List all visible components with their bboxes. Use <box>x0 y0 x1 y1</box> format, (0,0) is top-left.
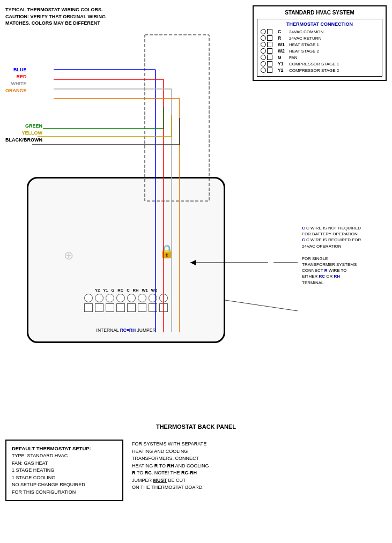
cwire-line4: 24VAC OPERATION <box>302 243 388 249</box>
tc-circle <box>261 61 266 66</box>
ri-line1: FOR SYSTEMS WITH SEPARATE <box>132 441 387 448</box>
tc-square <box>267 68 272 73</box>
wire-white: WHITE <box>5 81 27 86</box>
ri-line6: JUMPER MUST BE CUT <box>132 477 387 485</box>
tc-square <box>267 42 272 47</box>
tc-square <box>267 61 272 66</box>
tc-square <box>267 35 272 41</box>
wire-labels-area: BLUE RED WHITE ORANGE <box>5 67 27 95</box>
wire-red: RED <box>5 74 27 79</box>
trans-line4: EITHER RC OR RH <box>302 273 388 279</box>
terminal-y2 <box>84 294 93 302</box>
terminal-labels: Y2 Y1 G RC C RH W1 W2 <box>95 288 157 293</box>
setup-note2: FOR THIS CONFIGURATION <box>12 489 117 496</box>
hvac-title: STANDARD HVAC SYSTEM <box>257 10 382 16</box>
cwire-line1: C C WIRE IS NOT REQUIRED <box>302 225 388 231</box>
terminal-circles-row <box>84 294 168 302</box>
tc-row-w1: W1 HEAT STAGE 1 <box>261 42 379 47</box>
tc-row-g: G FAN <box>261 55 379 60</box>
tsq-rc <box>116 303 125 312</box>
tsq-rh <box>138 303 146 312</box>
warning-text: TYPICAL THERMOSTAT WIRING COLORS. CAUTIO… <box>5 6 106 27</box>
bottom-section: DEFAULT THERMOSTAT SETUP: TYPE: STANDARD… <box>5 440 387 501</box>
wire-blackbrown: BLACK/BROWN <box>5 137 42 143</box>
tc-square <box>267 55 272 60</box>
tsq-y1 <box>95 303 103 312</box>
svg-line-19 <box>225 300 298 311</box>
thermostat-connection-box: THERMOSTAT CONNECTION C 24VAC COMMON R 2… <box>257 19 382 77</box>
tsq-w1 <box>149 303 157 312</box>
tsq-y2 <box>84 303 93 312</box>
trans-line3: CONNECT R WIRE TO <box>302 267 388 273</box>
cwire-line3: C C WIRE IS REQUIRED FOR <box>302 237 388 243</box>
jumper-text: INTERNAL RC=RH JUMPER <box>97 328 156 333</box>
hvac-system-box: STANDARD HVAC SYSTEM THERMOSTAT CONNECTI… <box>253 5 387 81</box>
svg-rect-0 <box>145 35 209 201</box>
tc-circle <box>261 29 266 34</box>
trans-line5: TERMINAL <box>302 280 388 286</box>
terminal-w2 <box>159 294 168 302</box>
terminal-strip: Y2 Y1 G RC C RH W1 W2 <box>55 288 197 312</box>
main-container: TYPICAL THERMOSTAT WIRING COLORS. CAUTIO… <box>0 0 392 543</box>
c-wire-annotation: C C WIRE IS NOT REQUIRED FOR BATTERY OPE… <box>302 225 388 249</box>
default-setup-box: DEFAULT THERMOSTAT SETUP: TYPE: STANDARD… <box>5 440 123 501</box>
setup-title: DEFAULT THERMOSTAT SETUP: <box>12 445 117 452</box>
tc-square <box>267 48 272 54</box>
lock-icon: 🔒 <box>159 244 175 259</box>
warning-line3: MATCHES. COLORS MAY BE DIFFERENT <box>5 20 106 27</box>
trans-line1: FOR SINGLE <box>302 256 388 262</box>
right-instructions: FOR SYSTEMS WITH SEPARATE HEATING AND CO… <box>132 440 387 501</box>
ri-line2: HEATING AND COOLING <box>132 448 387 456</box>
transformer-annotation: FOR SINGLE TRANSFORMER SYSTEMS CONNECT R… <box>302 256 388 286</box>
tsq-c <box>127 303 136 312</box>
wire-green: GREEN <box>5 123 42 129</box>
tc-row-y1: Y1 COMPRESSOR STAGE 1 <box>261 61 379 66</box>
tsq-g <box>106 303 114 312</box>
trans-line2: TRANSFORMER SYSTEMS <box>302 262 388 267</box>
tc-row-y2: Y2 COMPRESSOR STAGE 2 <box>261 68 379 73</box>
tc-circle <box>261 68 266 73</box>
tc-circle <box>261 35 266 41</box>
tc-title: THERMOSTAT CONNECTION <box>261 21 379 27</box>
plus-icon: ⊕ <box>64 249 73 263</box>
ri-line7: ON THE THERMOSTAT BOARD. <box>132 484 387 492</box>
setup-fan: FAN: GAS HEAT <box>12 460 117 467</box>
cwire-line2: FOR BATTERY OPERATION <box>302 231 388 237</box>
tc-row-w2: W2 HEAT STAGE 2 <box>261 48 379 54</box>
ri-line3: TRANSFORMERS, CONNECT <box>132 455 387 463</box>
terminal-rh <box>138 294 146 302</box>
ri-line4: HEATING R TO RH AND COOLING <box>132 463 387 470</box>
right-annotations: C C WIRE IS NOT REQUIRED FOR BATTERY OPE… <box>302 225 388 292</box>
wire-labels-area2: GREEN YELLOW BLACK/BROWN <box>5 123 42 144</box>
tc-row-r: R 24VAC RETURN <box>261 35 379 41</box>
terminal-squares-row <box>84 303 168 312</box>
wire-yellow: YELLOW <box>5 130 42 136</box>
terminal-c <box>127 294 136 302</box>
back-panel-label: THERMOSTAT BACK PANEL <box>156 423 236 430</box>
setup-cooling: 1 STAGE COOLING <box>12 474 117 482</box>
tc-circle <box>261 48 266 54</box>
tc-circle <box>261 42 266 47</box>
setup-type: TYPE: STANDARD HVAC <box>12 452 117 460</box>
setup-note: NO SETUP CHANGE REQUIRED <box>12 481 117 489</box>
ri-line5: R TO RC. NOTE! THE RC-RH <box>132 470 387 477</box>
terminal-g <box>106 294 114 302</box>
terminal-w1 <box>149 294 157 302</box>
terminal-rc <box>116 294 125 302</box>
terminal-y1 <box>95 294 103 302</box>
warning-line2: CAUTION: VERIFY THAT ORIGINAL WIRING <box>5 13 106 20</box>
tc-circle <box>261 55 266 60</box>
thermostat-device: ⊕ 🔒 Y2 Y1 G RC C RH W1 W2 <box>27 177 225 343</box>
wire-orange: ORANGE <box>5 88 27 93</box>
setup-heating: 1 STAGE HEATING <box>12 467 117 474</box>
wire-blue: BLUE <box>5 67 27 72</box>
tc-square <box>267 29 272 34</box>
warning-line1: TYPICAL THERMOSTAT WIRING COLORS. <box>5 6 106 13</box>
tc-row-c: C 24VAC COMMON <box>261 29 379 34</box>
tsq-w2 <box>159 303 168 312</box>
